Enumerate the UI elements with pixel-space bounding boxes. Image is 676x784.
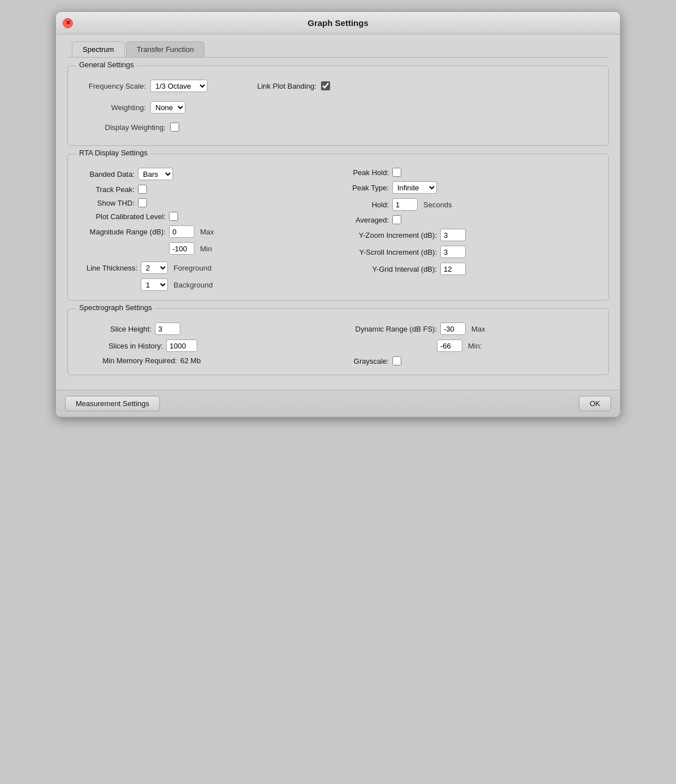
min-memory-row: Min Memory Required: 62 Mb	[78, 356, 338, 365]
line-thickness-bg-select[interactable]: 1 2 3 4	[141, 278, 168, 291]
show-thd-label: Show THD:	[78, 199, 135, 207]
tab-panel-spectrum: General Settings Frequency Scale: 1/3 Oc…	[67, 57, 609, 375]
y-scroll-row: Y-Scroll Increment (dB):	[338, 246, 598, 258]
weighting-select[interactable]: None A B C	[150, 101, 185, 114]
magnitude-range-label: Magnitude Range (dB):	[78, 228, 166, 236]
close-button[interactable]: ✕	[63, 18, 73, 28]
peak-type-select[interactable]: Infinite Decay Average	[392, 181, 437, 194]
spectrograph-settings-grid: Slice Height: Slices in History: Min Mem…	[78, 323, 598, 365]
rta-settings-title: RTA Display Settings	[76, 149, 151, 157]
grayscale-row: Grayscale:	[338, 356, 598, 365]
spectrograph-settings-section: Spectrograph Settings Slice Height: Slic…	[67, 308, 609, 375]
line-thickness-fg-row: Line Thickness: 1 2 3 4 Foreground	[78, 262, 338, 274]
magnitude-range-max-input[interactable]	[169, 225, 194, 238]
averaged-checkbox[interactable]	[392, 215, 401, 224]
rta-settings-grid: Banded Data: Bars Lines Filled Track Pea…	[78, 168, 598, 291]
peak-hold-row: Peak Hold:	[338, 168, 598, 177]
y-zoom-input[interactable]	[440, 229, 466, 241]
window-title: Graph Settings	[307, 18, 369, 28]
averaged-row: Averaged:	[338, 215, 598, 224]
y-zoom-row: Y-Zoom Increment (dB):	[338, 229, 598, 241]
banded-data-select[interactable]: Bars Lines Filled	[138, 168, 173, 180]
grayscale-label: Grayscale:	[338, 357, 389, 365]
general-settings-section: General Settings Frequency Scale: 1/3 Oc…	[67, 66, 609, 146]
y-grid-label: Y-Grid Interval (dB):	[338, 265, 437, 273]
slice-height-input[interactable]	[155, 323, 180, 335]
tabs: Spectrum Transfer Function	[72, 41, 609, 57]
hold-unit: Seconds	[423, 201, 452, 209]
spec-right-col: Dynamic Range (dB FS): Max Min: Grayscal…	[338, 323, 598, 365]
general-settings-title: General Settings	[76, 60, 137, 69]
magnitude-range-min-row: Min	[169, 242, 338, 255]
general-settings-grid: Frequency Scale: 1/3 Octave 1/6 Octave 1…	[78, 80, 598, 136]
dynamic-range-min-unit: Min:	[468, 342, 482, 350]
dynamic-range-max-unit: Max	[471, 325, 486, 333]
dynamic-range-min-input[interactable]	[437, 339, 462, 352]
content-area: Spectrum Transfer Function General Setti…	[56, 34, 620, 390]
measurement-settings-button[interactable]: Measurement Settings	[65, 396, 160, 411]
show-thd-row: Show THD:	[78, 198, 338, 207]
ok-button[interactable]: OK	[579, 396, 611, 411]
tab-transfer-function[interactable]: Transfer Function	[126, 41, 205, 57]
grayscale-checkbox[interactable]	[392, 356, 401, 365]
dynamic-range-max-row: Dynamic Range (dB FS): Max	[338, 323, 598, 335]
weighting-row: Weighting: None A B C	[78, 101, 598, 114]
rta-right-col: Peak Hold: Peak Type: Infinite Decay Ave…	[338, 168, 598, 291]
slices-in-history-label: Slices in History:	[78, 342, 163, 350]
spectrograph-settings-title: Spectrograph Settings	[76, 303, 155, 312]
y-grid-input[interactable]	[440, 263, 466, 275]
banded-data-row: Banded Data: Bars Lines Filled	[78, 168, 338, 180]
hold-row: Hold: Seconds	[338, 198, 598, 211]
line-thickness-bg-row: 1 2 3 4 Background	[141, 278, 338, 291]
y-scroll-label: Y-Scroll Increment (dB):	[338, 248, 437, 256]
magnitude-range-min-input[interactable]	[169, 242, 194, 255]
track-peak-checkbox[interactable]	[138, 185, 147, 194]
dynamic-range-min-row: Min:	[437, 339, 598, 352]
rta-left-col: Banded Data: Bars Lines Filled Track Pea…	[78, 168, 338, 291]
slices-in-history-input[interactable]	[166, 339, 197, 352]
track-peak-row: Track Peak:	[78, 185, 338, 194]
display-weighting-checkbox[interactable]	[170, 123, 179, 132]
peak-hold-label: Peak Hold:	[338, 168, 389, 177]
line-thickness-fg-select[interactable]: 1 2 3 4	[141, 262, 168, 274]
y-grid-row: Y-Grid Interval (dB):	[338, 263, 598, 275]
bottom-bar: Measurement Settings OK	[56, 390, 620, 417]
display-weighting-row: Display Weighting:	[78, 123, 598, 132]
tab-spectrum[interactable]: Spectrum	[72, 41, 125, 57]
freq-scale-row: Frequency Scale: 1/3 Octave 1/6 Octave 1…	[78, 80, 598, 92]
hold-label: Hold:	[338, 201, 389, 209]
peak-hold-checkbox[interactable]	[392, 168, 401, 177]
title-bar: ✕ Graph Settings	[56, 12, 620, 34]
magnitude-range-max-unit: Max	[200, 228, 214, 236]
min-memory-label: Min Memory Required:	[78, 356, 177, 365]
slice-height-row: Slice Height:	[78, 323, 338, 335]
dynamic-range-label: Dynamic Range (dB FS):	[338, 325, 437, 333]
spec-left-col: Slice Height: Slices in History: Min Mem…	[78, 323, 338, 365]
line-thickness-bg-label: Background	[174, 281, 213, 289]
dynamic-range-max-input[interactable]	[440, 323, 466, 335]
y-scroll-input[interactable]	[440, 246, 466, 258]
line-thickness-label: Line Thickness:	[78, 264, 137, 272]
line-thickness-fg-label: Foreground	[174, 264, 211, 272]
rta-settings-section: RTA Display Settings Banded Data: Bars L…	[67, 154, 609, 300]
freq-scale-select[interactable]: 1/3 Octave 1/6 Octave 1/12 Octave 1/24 O…	[150, 80, 207, 92]
min-memory-value: 62 Mb	[180, 356, 201, 365]
magnitude-range-min-unit: Min	[200, 245, 212, 253]
link-plot-banding-checkbox[interactable]	[321, 81, 330, 90]
slice-height-label: Slice Height:	[78, 325, 151, 333]
weighting-label: Weighting:	[78, 103, 146, 112]
peak-type-label: Peak Type:	[338, 184, 389, 192]
track-peak-label: Track Peak:	[78, 185, 135, 194]
freq-scale-label: Frequency Scale:	[78, 82, 146, 90]
plot-calibrated-row: Plot Calibrated Level:	[78, 212, 338, 221]
y-zoom-label: Y-Zoom Increment (dB):	[338, 231, 437, 239]
link-plot-banding-label: Link Plot Banding:	[257, 82, 317, 90]
show-thd-checkbox[interactable]	[138, 198, 147, 207]
magnitude-range-max-row: Magnitude Range (dB): Max	[78, 225, 338, 238]
window: ✕ Graph Settings Spectrum Transfer Funct…	[55, 11, 621, 417]
peak-type-row: Peak Type: Infinite Decay Average	[338, 181, 598, 194]
plot-calibrated-checkbox[interactable]	[169, 212, 178, 221]
banded-data-label: Banded Data:	[78, 170, 135, 178]
slices-in-history-row: Slices in History:	[78, 339, 338, 352]
hold-input[interactable]	[392, 198, 418, 211]
